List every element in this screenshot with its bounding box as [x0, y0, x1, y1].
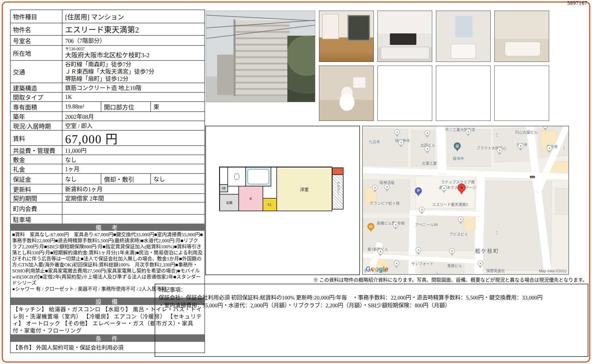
document-number: 5897167 — [567, 0, 587, 6]
field-label: 物件種目 — [11, 10, 62, 23]
room-interior-photo — [319, 11, 374, 62]
field-label: 開口部方位 — [101, 102, 151, 111]
kitchen-area: K — [238, 186, 263, 211]
signal-pin-icon — [530, 176, 535, 178]
field-label: 築年 — [11, 112, 62, 121]
gray-pin-icon — [424, 130, 430, 139]
map-place-label: 2 — [496, 230, 498, 236]
table-row: 賃料67,000 円 — [11, 130, 204, 145]
field-value: エスリード東天満第2 — [62, 23, 204, 35]
field-value: なし — [62, 155, 204, 164]
field-value: 〒530-0037 大阪府大阪市北区松ケ枝町3-2 — [62, 46, 204, 60]
table-row: 共益費・管理費11,000円 — [11, 145, 204, 155]
gray-pin-icon — [449, 248, 455, 257]
gray-pin-icon — [547, 145, 552, 155]
remarks-header: 備 考 — [11, 224, 204, 231]
field-label: 建築構造 — [11, 83, 62, 92]
property-location-pin-icon — [458, 184, 466, 196]
table-row: 保証金 なし 償却・敷引 なし — [11, 173, 204, 184]
empty-photo-cell — [494, 66, 549, 121]
gray-pin-icon — [477, 260, 483, 270]
gray-pin-icon — [458, 216, 464, 226]
temple-pin-icon: 卍 — [454, 142, 461, 153]
gray-pin-icon — [518, 143, 523, 152]
map-panel: 不二工業大阪支店同心丸留ビル2瑞光禅寺九品寺大信寺北岡ビル専念寺プラウト大阪同心… — [362, 126, 569, 275]
map-place-label: 松ケ枝町 — [475, 247, 499, 254]
special-notes-title: 特記事項： — [159, 286, 584, 294]
field-label: 交通 — [11, 61, 62, 83]
disclaimer-note: ※ この資料は物件の概略紹介資料になります。写真、間取図面、設備、概要などが現況… — [313, 276, 587, 283]
gray-pin-icon — [497, 147, 502, 157]
field-label: 敷金 — [11, 155, 62, 164]
field-value — [62, 203, 204, 214]
field-label: 専有面積 — [11, 102, 62, 111]
table-row: 交通 谷町線「南森町」徒歩7分 ＪＲ東西線「大阪天満宮」徒歩7分 堺筋線「扇町」… — [11, 60, 204, 83]
table-row: 物件名エスリード東天満第2 — [11, 23, 204, 35]
field-value: 1ヶ月 — [62, 164, 204, 173]
table-row: 駐車場 — [11, 214, 204, 224]
field-label: 償却・敷引 — [101, 174, 151, 184]
gray-pin-icon — [441, 185, 447, 195]
map-place-label: アベニール88 — [415, 222, 438, 227]
toilet-photo — [319, 66, 374, 121]
table-row: 現況/入居時期空室 / 即入 — [11, 121, 204, 130]
field-value: 11,000円 — [62, 146, 204, 155]
map-canvas: 不二工業大阪支店同心丸留ビル2瑞光禅寺九品寺大信寺北岡ビル専念寺プラウト大阪同心… — [363, 126, 568, 274]
map-place-label: 1 — [563, 146, 566, 151]
table-row: 更新料新賃料の1ヶ月 — [11, 184, 204, 193]
gray-pin-icon — [398, 140, 404, 149]
building-facade — [234, 19, 290, 96]
entrance-area: 玄関 — [219, 194, 239, 211]
field-value: 19.88m² — [62, 102, 101, 111]
transit-line: 谷町線「南森町」徒歩7分 — [65, 61, 131, 68]
table-row: 建築構造鉄筋コンクリート造 地上10階 — [11, 83, 204, 92]
special-notes-line: 保証会社：保証会社利用必須 初回保証料:総賃料の100% 更新時:20,000円… — [159, 294, 584, 302]
gray-pin-icon — [415, 247, 421, 256]
map-place-label: 同心丸留ビル — [515, 129, 538, 135]
gray-pin-icon — [424, 146, 430, 155]
balcony-label: バルコニー — [336, 181, 339, 196]
map-place-label: 2 — [496, 133, 498, 138]
parking-pin-icon: P — [415, 187, 422, 198]
table-row: 築年2002年08月 — [11, 111, 204, 121]
transit-line: 堺筋線「扇町」徒歩12分 — [65, 75, 128, 83]
field-value: 谷町線「南森町」徒歩7分 ＪＲ東西線「大阪天満宮」徒歩7分 堺筋線「扇町」徒歩1… — [62, 61, 204, 83]
special-notes-box: 特記事項： 保証会社：保証会社利用必須 初回保証料:総賃料の100% 更新時:2… — [155, 284, 588, 357]
balcony-marker — [332, 167, 344, 175]
field-value: 1K — [62, 93, 204, 101]
gray-pin-icon — [393, 222, 399, 231]
field-label: 号室名 — [11, 36, 62, 45]
map-place-label: 北東工業 — [422, 160, 437, 166]
map-place-label: 奥鉄ビル — [447, 263, 462, 268]
field-label: 更新料 — [11, 184, 62, 193]
field-label: 保証金 — [11, 174, 62, 184]
closet-area: CL — [263, 198, 277, 211]
remarks-paragraph: ■賃料 家具なし:67,000円 家具あり:67,000円■鍵交換代33,000… — [12, 232, 203, 286]
table-row: 所在地 〒530-0037 大阪府大阪市北区松ケ枝町3-2 — [11, 45, 204, 60]
floor-plan-drawing: SB 玄関 K CL 洋室 — [219, 167, 332, 210]
map-place-label: 保野英進社 — [486, 268, 505, 273]
map-place-label: サンフォート — [411, 261, 434, 266]
gray-pin-icon — [384, 184, 390, 193]
toilet-room — [227, 167, 246, 186]
field-label: 共益費・管理費 — [11, 146, 62, 155]
field-value: 2002年08月 — [62, 112, 204, 121]
google-logo: Google — [366, 265, 388, 273]
bathroom-photo — [494, 11, 549, 62]
field-value: 鉄筋コンクリート造 地上10階 — [62, 83, 204, 92]
field-value — [62, 215, 204, 224]
field-value: なし — [151, 174, 204, 184]
bath-room — [245, 167, 271, 186]
bathtub-icon — [248, 169, 269, 184]
table-row: 間取タイプ1K — [11, 92, 204, 101]
gray-pin-icon — [372, 185, 378, 194]
field-label: 礼金 — [11, 164, 62, 173]
main-room-area: 洋室 — [276, 167, 332, 211]
floor-plan-panel: SB 玄関 K CL 洋室 バルコニー — [205, 126, 360, 275]
table-row: 契約期間定期借家 2年間 — [11, 193, 204, 202]
map-place-label: 龍海寺 — [453, 155, 464, 161]
transit-line: ＪＲ東西線「大阪天満宮」徒歩7分 — [65, 68, 154, 75]
table-row: 号室名706（7階部分） — [11, 35, 204, 45]
neighbor-building — [217, 55, 234, 95]
map-place-label: アビスビル — [449, 231, 468, 237]
